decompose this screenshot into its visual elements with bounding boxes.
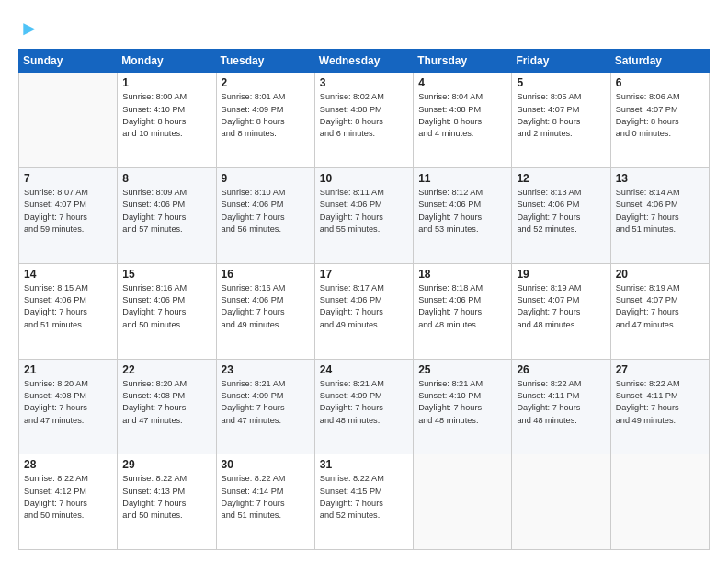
day-number: 31 bbox=[320, 458, 408, 471]
day-info: Sunrise: 8:07 AMSunset: 4:07 PMDaylight:… bbox=[24, 187, 112, 236]
day-info: Sunrise: 8:21 AMSunset: 4:09 PMDaylight:… bbox=[222, 378, 310, 427]
calendar-cell: 2Sunrise: 8:01 AMSunset: 4:09 PMDaylight… bbox=[216, 73, 314, 168]
calendar-cell: 1Sunrise: 8:00 AMSunset: 4:10 PMDaylight… bbox=[118, 73, 216, 168]
day-info: Sunrise: 8:16 AMSunset: 4:06 PMDaylight:… bbox=[222, 282, 310, 331]
day-info: Sunrise: 8:05 AMSunset: 4:07 PMDaylight:… bbox=[517, 91, 605, 140]
day-info: Sunrise: 8:22 AMSunset: 4:14 PMDaylight:… bbox=[222, 473, 310, 522]
day-info: Sunrise: 8:17 AMSunset: 4:06 PMDaylight:… bbox=[320, 282, 408, 331]
calendar-cell: 31Sunrise: 8:22 AMSunset: 4:15 PMDayligh… bbox=[314, 454, 413, 550]
calendar-week-row: 1Sunrise: 8:00 AMSunset: 4:10 PMDaylight… bbox=[19, 73, 710, 168]
day-number: 28 bbox=[24, 458, 112, 471]
calendar-cell: 12Sunrise: 8:13 AMSunset: 4:06 PMDayligh… bbox=[512, 168, 610, 264]
day-number: 1 bbox=[122, 76, 210, 89]
day-number: 29 bbox=[122, 458, 210, 471]
day-number: 18 bbox=[418, 268, 506, 281]
day-info: Sunrise: 8:21 AMSunset: 4:10 PMDaylight:… bbox=[418, 378, 506, 427]
day-info: Sunrise: 8:01 AMSunset: 4:09 PMDaylight:… bbox=[222, 91, 310, 140]
day-number: 9 bbox=[222, 172, 310, 185]
day-info: Sunrise: 8:21 AMSunset: 4:09 PMDaylight:… bbox=[320, 378, 408, 427]
weekday-header: Tuesday bbox=[216, 50, 314, 73]
day-number: 20 bbox=[616, 268, 704, 281]
day-info: Sunrise: 8:06 AMSunset: 4:07 PMDaylight:… bbox=[616, 91, 704, 140]
calendar-cell bbox=[19, 73, 118, 168]
day-number: 16 bbox=[222, 268, 310, 281]
calendar-cell: 28Sunrise: 8:22 AMSunset: 4:12 PMDayligh… bbox=[19, 454, 118, 550]
calendar-cell: 5Sunrise: 8:05 AMSunset: 4:07 PMDaylight… bbox=[512, 73, 610, 168]
day-info: Sunrise: 8:00 AMSunset: 4:10 PMDaylight:… bbox=[122, 91, 210, 140]
day-info: Sunrise: 8:22 AMSunset: 4:11 PMDaylight:… bbox=[517, 378, 605, 427]
calendar-cell: 18Sunrise: 8:18 AMSunset: 4:06 PMDayligh… bbox=[414, 263, 512, 359]
day-number: 3 bbox=[320, 76, 408, 89]
calendar-cell: 7Sunrise: 8:07 AMSunset: 4:07 PMDaylight… bbox=[19, 168, 118, 264]
calendar-week-row: 7Sunrise: 8:07 AMSunset: 4:07 PMDaylight… bbox=[19, 168, 710, 264]
day-info: Sunrise: 8:20 AMSunset: 4:08 PMDaylight:… bbox=[24, 378, 112, 427]
calendar-cell: 30Sunrise: 8:22 AMSunset: 4:14 PMDayligh… bbox=[216, 454, 314, 550]
calendar-cell: 29Sunrise: 8:22 AMSunset: 4:13 PMDayligh… bbox=[118, 454, 216, 550]
weekday-header: Sunday bbox=[19, 50, 118, 73]
calendar-cell: 25Sunrise: 8:21 AMSunset: 4:10 PMDayligh… bbox=[414, 359, 512, 454]
day-info: Sunrise: 8:09 AMSunset: 4:06 PMDaylight:… bbox=[122, 187, 210, 236]
calendar-cell: 17Sunrise: 8:17 AMSunset: 4:06 PMDayligh… bbox=[314, 263, 413, 359]
day-info: Sunrise: 8:12 AMSunset: 4:06 PMDaylight:… bbox=[418, 187, 506, 236]
day-number: 19 bbox=[517, 268, 605, 281]
calendar-cell: 6Sunrise: 8:06 AMSunset: 4:07 PMDaylight… bbox=[610, 73, 709, 168]
weekday-header: Friday bbox=[512, 50, 610, 73]
calendar-cell: 4Sunrise: 8:04 AMSunset: 4:08 PMDaylight… bbox=[414, 73, 512, 168]
calendar-cell bbox=[414, 454, 512, 550]
day-number: 23 bbox=[222, 363, 310, 376]
day-number: 6 bbox=[616, 76, 704, 89]
day-number: 13 bbox=[616, 172, 704, 185]
calendar-week-row: 28Sunrise: 8:22 AMSunset: 4:12 PMDayligh… bbox=[19, 454, 710, 550]
day-info: Sunrise: 8:11 AMSunset: 4:06 PMDaylight:… bbox=[320, 187, 408, 236]
day-info: Sunrise: 8:04 AMSunset: 4:08 PMDaylight:… bbox=[418, 91, 506, 140]
weekday-header: Wednesday bbox=[314, 50, 413, 73]
day-number: 2 bbox=[222, 76, 310, 89]
day-number: 10 bbox=[320, 172, 408, 185]
day-number: 22 bbox=[122, 363, 210, 376]
day-number: 26 bbox=[517, 363, 605, 376]
day-number: 27 bbox=[616, 363, 704, 376]
calendar-cell bbox=[610, 454, 709, 550]
calendar-week-row: 14Sunrise: 8:15 AMSunset: 4:06 PMDayligh… bbox=[19, 263, 710, 359]
day-number: 7 bbox=[24, 172, 112, 185]
calendar-cell: 21Sunrise: 8:20 AMSunset: 4:08 PMDayligh… bbox=[19, 359, 118, 454]
calendar-cell: 14Sunrise: 8:15 AMSunset: 4:06 PMDayligh… bbox=[19, 263, 118, 359]
day-info: Sunrise: 8:18 AMSunset: 4:06 PMDaylight:… bbox=[418, 282, 506, 331]
page: ► SundayMondayTuesdayWednesdayThursdayFr… bbox=[0, 0, 728, 563]
calendar-cell: 22Sunrise: 8:20 AMSunset: 4:08 PMDayligh… bbox=[118, 359, 216, 454]
calendar-cell: 3Sunrise: 8:02 AMSunset: 4:08 PMDaylight… bbox=[314, 73, 413, 168]
calendar-cell: 13Sunrise: 8:14 AMSunset: 4:06 PMDayligh… bbox=[610, 168, 709, 264]
day-info: Sunrise: 8:10 AMSunset: 4:06 PMDaylight:… bbox=[222, 187, 310, 236]
day-info: Sunrise: 8:02 AMSunset: 4:08 PMDaylight:… bbox=[320, 91, 408, 140]
calendar-cell: 11Sunrise: 8:12 AMSunset: 4:06 PMDayligh… bbox=[414, 168, 512, 264]
day-info: Sunrise: 8:22 AMSunset: 4:13 PMDaylight:… bbox=[122, 473, 210, 522]
calendar-cell: 27Sunrise: 8:22 AMSunset: 4:11 PMDayligh… bbox=[610, 359, 709, 454]
day-info: Sunrise: 8:22 AMSunset: 4:12 PMDaylight:… bbox=[24, 473, 112, 522]
calendar-cell bbox=[512, 454, 610, 550]
day-number: 17 bbox=[320, 268, 408, 281]
day-number: 30 bbox=[222, 458, 310, 471]
day-number: 5 bbox=[517, 76, 605, 89]
day-info: Sunrise: 8:22 AMSunset: 4:11 PMDaylight:… bbox=[616, 378, 704, 427]
calendar-cell: 26Sunrise: 8:22 AMSunset: 4:11 PMDayligh… bbox=[512, 359, 610, 454]
day-info: Sunrise: 8:19 AMSunset: 4:07 PMDaylight:… bbox=[517, 282, 605, 331]
day-number: 21 bbox=[24, 363, 112, 376]
weekday-header: Thursday bbox=[414, 50, 512, 73]
day-number: 25 bbox=[418, 363, 506, 376]
day-info: Sunrise: 8:19 AMSunset: 4:07 PMDaylight:… bbox=[616, 282, 704, 331]
day-info: Sunrise: 8:14 AMSunset: 4:06 PMDaylight:… bbox=[616, 187, 704, 236]
calendar-cell: 9Sunrise: 8:10 AMSunset: 4:06 PMDaylight… bbox=[216, 168, 314, 264]
weekday-header: Monday bbox=[118, 50, 216, 73]
day-number: 24 bbox=[320, 363, 408, 376]
calendar-header-row: SundayMondayTuesdayWednesdayThursdayFrid… bbox=[19, 50, 710, 73]
day-info: Sunrise: 8:20 AMSunset: 4:08 PMDaylight:… bbox=[122, 378, 210, 427]
day-info: Sunrise: 8:22 AMSunset: 4:15 PMDaylight:… bbox=[320, 473, 408, 522]
calendar-cell: 16Sunrise: 8:16 AMSunset: 4:06 PMDayligh… bbox=[216, 263, 314, 359]
day-number: 15 bbox=[122, 268, 210, 281]
day-number: 12 bbox=[517, 172, 605, 185]
calendar-cell: 23Sunrise: 8:21 AMSunset: 4:09 PMDayligh… bbox=[216, 359, 314, 454]
calendar-cell: 10Sunrise: 8:11 AMSunset: 4:06 PMDayligh… bbox=[314, 168, 413, 264]
calendar-week-row: 21Sunrise: 8:20 AMSunset: 4:08 PMDayligh… bbox=[19, 359, 710, 454]
calendar-cell: 24Sunrise: 8:21 AMSunset: 4:09 PMDayligh… bbox=[314, 359, 413, 454]
day-number: 11 bbox=[418, 172, 506, 185]
